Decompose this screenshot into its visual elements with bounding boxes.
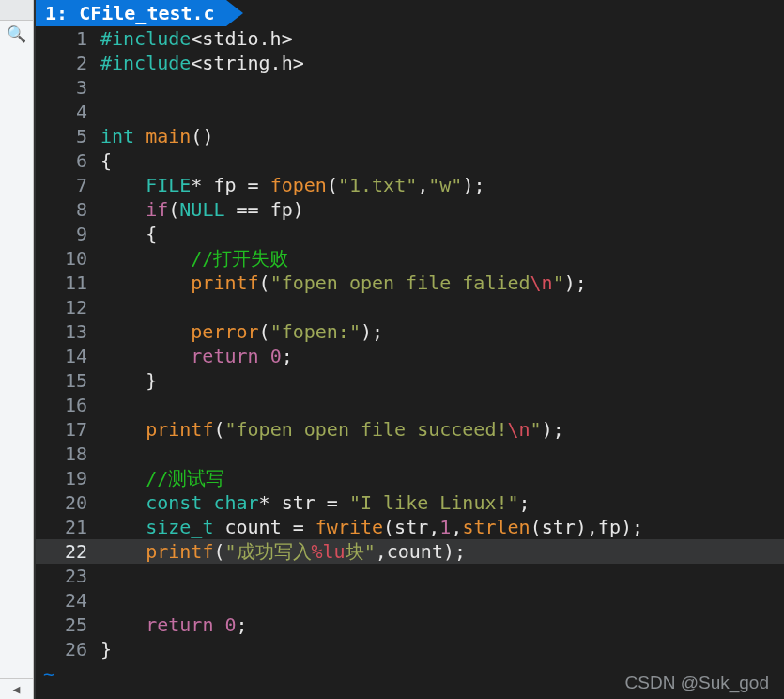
code-line[interactable]: 5int main() — [36, 124, 784, 148]
line-number: 2 — [36, 51, 97, 75]
code-content[interactable]: if(NULL == fp) — [97, 197, 784, 222]
code-line[interactable]: 18 — [36, 442, 784, 466]
code-content[interactable] — [97, 75, 784, 100]
code-line[interactable]: 21 size_t count = fwrite(str,1,strlen(st… — [36, 515, 784, 539]
code-line[interactable]: 8 if(NULL == fp) — [36, 197, 784, 222]
line-number: 9 — [36, 222, 97, 246]
line-number: 6 — [36, 148, 97, 173]
code-content[interactable] — [97, 393, 784, 417]
code-line[interactable]: 17 printf("fopen open file succeed!\n"); — [36, 417, 784, 442]
code-line[interactable]: 22 printf("成功写入%lu块",count); — [36, 539, 784, 564]
line-number: 18 — [36, 442, 97, 466]
line-number: 12 — [36, 295, 97, 319]
code-line[interactable]: 15 } — [36, 368, 784, 393]
code-content[interactable]: printf("成功写入%lu块",count); — [97, 539, 784, 564]
code-content[interactable]: //测试写 — [97, 466, 784, 490]
line-number: 16 — [36, 393, 97, 417]
code-content[interactable] — [97, 100, 784, 124]
line-number: 26 — [36, 637, 97, 661]
line-number: 21 — [36, 515, 97, 539]
tab-bar: 1: CFile_test.c — [36, 0, 784, 26]
line-number: 10 — [36, 246, 97, 271]
tab-file[interactable]: 1: CFile_test.c — [36, 0, 226, 26]
line-number: 24 — [36, 588, 97, 613]
code-line[interactable]: 7 FILE* fp = fopen("1.txt","w"); — [36, 173, 784, 197]
tab-filename: CFile_test.c — [79, 2, 215, 24]
code-content[interactable]: return 0; — [97, 613, 784, 637]
watermark: CSDN @Suk_god — [625, 673, 769, 693]
line-number: 20 — [36, 490, 97, 515]
code-content[interactable]: FILE* fp = fopen("1.txt","w"); — [97, 173, 784, 197]
line-number: 3 — [36, 75, 97, 100]
code-line[interactable]: 10 //打开失败 — [36, 246, 784, 271]
code-content[interactable]: size_t count = fwrite(str,1,strlen(str),… — [97, 515, 784, 539]
code-lines[interactable]: 1#include<stdio.h>2#include<string.h>345… — [36, 26, 784, 699]
tab-index: 1: — [45, 2, 68, 24]
collapse-arrow-icon[interactable]: ◀ — [0, 678, 33, 699]
code-line[interactable]: 9 { — [36, 222, 784, 246]
line-number: 8 — [36, 197, 97, 222]
code-content[interactable]: printf("fopen open file falied\n"); — [97, 271, 784, 295]
line-number: 13 — [36, 319, 97, 344]
code-line[interactable]: 16 — [36, 393, 784, 417]
line-number: 1 — [36, 26, 97, 51]
code-line[interactable]: 24 — [36, 588, 784, 613]
line-number: 4 — [36, 100, 97, 124]
line-number: 15 — [36, 368, 97, 393]
code-line[interactable]: 14 return 0; — [36, 344, 784, 368]
line-number: 14 — [36, 344, 97, 368]
search-icon[interactable]: 🔍 — [7, 24, 26, 43]
code-line[interactable]: 26} — [36, 637, 784, 661]
code-content[interactable] — [97, 442, 784, 466]
editor-area: 1: CFile_test.c 1#include<stdio.h>2#incl… — [34, 0, 784, 699]
code-line[interactable]: 23 — [36, 564, 784, 588]
code-content[interactable] — [97, 295, 784, 319]
code-content[interactable]: const char* str = "I like Linux!"; — [97, 490, 784, 515]
line-number: 19 — [36, 466, 97, 490]
code-content[interactable]: return 0; — [97, 344, 784, 368]
code-content[interactable]: { — [97, 222, 784, 246]
line-number: 5 — [36, 124, 97, 148]
code-line[interactable]: 19 //测试写 — [36, 466, 784, 490]
code-line[interactable]: 25 return 0; — [36, 613, 784, 637]
code-line[interactable]: 6{ — [36, 148, 784, 173]
line-number: 7 — [36, 173, 97, 197]
code-area[interactable]: 1#include<stdio.h>2#include<string.h>345… — [36, 26, 784, 699]
left-gutter-strip: 🔍 ◀ — [0, 0, 34, 699]
code-line[interactable]: 4 — [36, 100, 784, 124]
code-content[interactable] — [97, 588, 784, 613]
code-content[interactable]: printf("fopen open file succeed!\n"); — [97, 417, 784, 442]
code-line[interactable]: 12 — [36, 295, 784, 319]
code-content[interactable]: } — [97, 637, 784, 661]
code-content[interactable]: int main() — [97, 124, 784, 148]
code-line[interactable]: 20 const char* str = "I like Linux!"; — [36, 490, 784, 515]
code-content[interactable]: //打开失败 — [97, 246, 784, 271]
line-number: 17 — [36, 417, 97, 442]
line-number: 22 — [36, 539, 97, 564]
line-number: 25 — [36, 613, 97, 637]
code-line[interactable]: 3 — [36, 75, 784, 100]
line-number: 23 — [36, 564, 97, 588]
code-content[interactable]: { — [97, 148, 784, 173]
code-line[interactable]: 1#include<stdio.h> — [36, 26, 784, 51]
left-strip-top — [0, 0, 33, 21]
code-content[interactable]: } — [97, 368, 784, 393]
code-content[interactable]: #include<string.h> — [97, 51, 784, 75]
code-content[interactable]: #include<stdio.h> — [97, 26, 784, 51]
code-line[interactable]: 13 perror("fopen:"); — [36, 319, 784, 344]
code-content[interactable]: perror("fopen:"); — [97, 319, 784, 344]
line-number: 11 — [36, 271, 97, 295]
code-line[interactable]: 2#include<string.h> — [36, 51, 784, 75]
code-content[interactable] — [97, 564, 784, 588]
code-line[interactable]: 11 printf("fopen open file falied\n"); — [36, 271, 784, 295]
